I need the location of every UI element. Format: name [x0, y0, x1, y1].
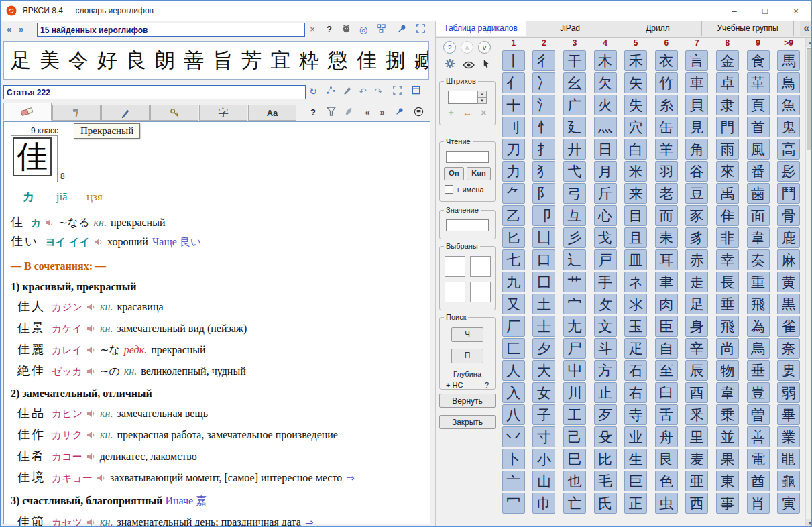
radical-cell[interactable]: 虫	[655, 493, 678, 514]
group-cross-reference[interactable]: Иначе 嘉	[165, 495, 207, 506]
radical-cell[interactable]: 十	[502, 95, 525, 115]
minimize-button[interactable]: –	[719, 1, 750, 21]
stroke-count-header[interactable]: 3	[559, 38, 590, 50]
radical-cell[interactable]: 方	[594, 360, 617, 381]
result-kanji[interactable]: 捌	[386, 48, 406, 72]
radical-cell[interactable]: 斗	[594, 338, 617, 359]
radical-cell[interactable]: 巨	[624, 471, 647, 491]
radical-cell[interactable]: 乗	[716, 404, 739, 425]
radical-cell[interactable]: 囗	[532, 272, 555, 292]
depth-help[interactable]: ?	[485, 381, 489, 389]
radical-cell[interactable]: 肉	[655, 294, 678, 314]
scatter-icon[interactable]	[324, 85, 337, 97]
tab-drill[interactable]: Дрилл	[614, 21, 702, 36]
result-kanji[interactable]: 美	[40, 48, 60, 72]
radical-cell[interactable]: 畢	[777, 404, 800, 425]
close-table-button[interactable]: Закрыть	[439, 415, 496, 429]
radical-cell[interactable]: 凵	[532, 227, 555, 248]
radical-cell[interactable]: 广	[563, 95, 586, 115]
expand-article-icon[interactable]	[390, 85, 404, 97]
result-kanji[interactable]: 佳	[357, 48, 377, 72]
radical-cell[interactable]: 並	[716, 426, 739, 447]
scrollbar-up-icon[interactable]: ▲	[806, 38, 812, 47]
radical-cell[interactable]: 尚	[716, 338, 739, 359]
strokes-up-icon[interactable]: ▲	[477, 91, 487, 97]
radical-cell[interactable]: 扌	[532, 139, 555, 160]
result-kanji[interactable]: 善	[184, 48, 204, 72]
speaker-icon[interactable]	[86, 323, 95, 335]
radical-cell[interactable]: 革	[747, 72, 770, 93]
kun-button[interactable]: Kun	[467, 167, 491, 180]
menu-icon[interactable]	[412, 107, 425, 119]
result-kanji[interactable]: 足	[11, 48, 31, 72]
clear-search-icon[interactable]: ×	[306, 23, 319, 36]
names-checkbox[interactable]	[445, 185, 453, 194]
radical-cell[interactable]: 赤	[685, 249, 708, 270]
headword-kanji-box[interactable]: 佳	[11, 135, 58, 182]
radical-cell[interactable]: 玉	[624, 316, 647, 337]
return-button[interactable]: Вернуть	[439, 394, 496, 408]
maximize-button[interactable]: □	[750, 1, 780, 21]
radical-cell[interactable]: 辛	[685, 338, 708, 359]
radical-cell[interactable]: 止	[594, 382, 617, 403]
result-kanji[interactable]: 臧	[414, 48, 429, 72]
radical-cell[interactable]: 来	[624, 183, 647, 204]
radical-cell[interactable]: 飛	[747, 294, 770, 314]
radical-cell[interactable]: 見	[685, 117, 708, 137]
radical-cell[interactable]: 奏	[747, 249, 770, 270]
radical-cell[interactable]: 小	[532, 449, 555, 469]
dog-icon[interactable]	[339, 23, 353, 36]
speaker-icon[interactable]	[86, 517, 95, 527]
radical-cell[interactable]: 奈	[777, 338, 800, 359]
radical-cell[interactable]: 右	[624, 382, 647, 403]
radical-cell[interactable]: 竹	[655, 72, 678, 93]
prev-article-icon[interactable]: «	[361, 107, 374, 119]
radical-cell[interactable]: 宀	[563, 294, 586, 314]
quill-icon[interactable]	[342, 107, 355, 119]
radical-cell[interactable]: 疋	[624, 338, 647, 359]
radical-cell[interactable]: 辶	[563, 249, 586, 270]
radical-cell[interactable]: 豈	[747, 382, 770, 403]
radical-cell[interactable]: 彳	[532, 50, 555, 71]
result-kanji[interactable]: 旨	[213, 48, 233, 72]
radical-cell[interactable]: 且	[624, 227, 647, 248]
radical-cell[interactable]: 東	[716, 471, 739, 491]
help-icon[interactable]: ?	[323, 23, 336, 36]
radical-cell[interactable]: 黄	[777, 272, 800, 292]
radical-cell[interactable]: 氵	[532, 95, 555, 115]
search-result-field[interactable]	[37, 23, 305, 37]
speaker-icon[interactable]	[96, 473, 105, 484]
radical-cell[interactable]: 己	[563, 426, 586, 447]
radical-cell[interactable]: 阝	[532, 183, 555, 204]
radical-cell[interactable]: 尢	[563, 316, 586, 337]
radical-cell[interactable]: 力	[502, 161, 525, 182]
article-number-field[interactable]	[3, 85, 306, 99]
radical-cell[interactable]: 麻	[777, 249, 800, 270]
next-article-icon[interactable]: »	[375, 107, 389, 119]
radical-cell[interactable]: 飛	[716, 316, 739, 337]
funnel-icon[interactable]	[325, 107, 338, 119]
radical-cell[interactable]: 弓	[563, 183, 586, 204]
radical-cell[interactable]: 鳥	[777, 72, 800, 93]
on-button[interactable]: On	[444, 167, 464, 180]
speaker-icon[interactable]	[44, 217, 54, 229]
radical-cell[interactable]: 雀	[777, 316, 800, 337]
radical-cell[interactable]: 電	[747, 449, 770, 469]
radical-cell[interactable]: 九	[502, 272, 525, 292]
radical-cell[interactable]: 龜	[777, 471, 800, 491]
radical-cell[interactable]: 酉	[685, 382, 708, 403]
radical-cell[interactable]: 火	[594, 95, 617, 115]
radical-cell[interactable]: 亜	[685, 471, 708, 491]
radical-cell[interactable]: 八	[502, 404, 525, 425]
dart-pen-icon[interactable]	[341, 85, 354, 97]
radical-cell[interactable]: 門	[716, 117, 739, 137]
radical-cell[interactable]: 攵	[594, 294, 617, 314]
history-forward-button[interactable]: »	[15, 23, 27, 36]
radical-cell[interactable]: 七	[502, 249, 525, 270]
radical-cell[interactable]: 言	[685, 50, 708, 71]
grid-scrollbar[interactable]: ▲ ▼	[805, 38, 812, 527]
radical-cell[interactable]: 隶	[716, 95, 739, 115]
radical-cell[interactable]: 夕	[532, 338, 555, 359]
tab-eraser[interactable]	[3, 103, 52, 121]
radical-cell[interactable]: 耒	[655, 227, 678, 248]
